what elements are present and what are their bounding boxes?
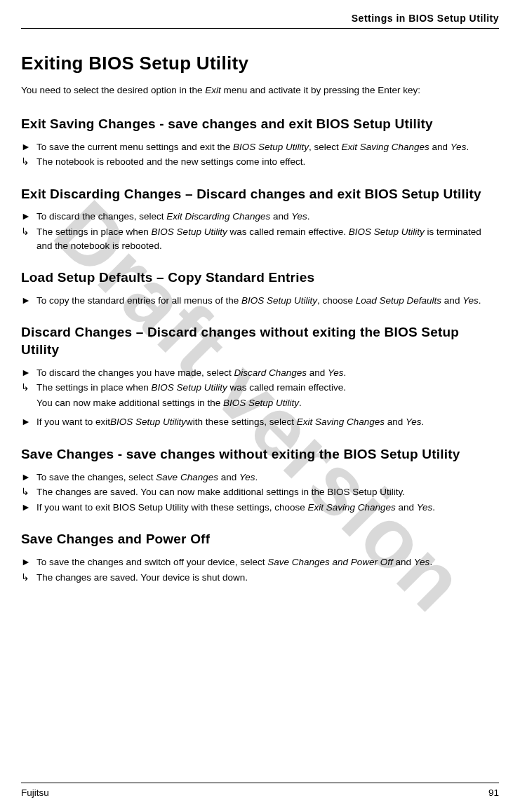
step-text: To save the changes, select Save Changes…	[36, 471, 499, 485]
text: .	[479, 295, 481, 306]
text: .	[299, 398, 302, 408]
list: ► To save the changes and switch off you…	[21, 555, 499, 584]
text: and	[218, 472, 239, 482]
text: To copy the standard entries for all men…	[36, 295, 241, 306]
text: and	[441, 295, 462, 306]
text: with these settings, select	[186, 417, 297, 427]
italic-text: Save Changes	[156, 472, 218, 482]
section-heading-save-power-off: Save Changes and Power Off	[21, 531, 499, 548]
text: You need to select the desired option in…	[21, 85, 205, 95]
text: The settings in place when	[36, 226, 152, 237]
italic-text: Yes	[462, 295, 479, 306]
italic-text: BIOS Setup Utility	[233, 142, 309, 152]
list: ► To save the current menu settings and …	[21, 140, 499, 169]
text: and	[393, 557, 414, 567]
page-number: 91	[488, 787, 499, 798]
text: To discard the changes you have made, se…	[36, 367, 234, 378]
italic-text: Yes	[414, 557, 430, 567]
step-item: ► To save the changes, select Save Chang…	[21, 471, 499, 485]
text: , select	[309, 142, 342, 152]
italic-text: Yes	[239, 472, 255, 482]
text: The settings in place when	[36, 382, 152, 393]
step-text: To copy the standard entries for all men…	[36, 294, 499, 308]
step-text: If you want to exitBIOS Setup Utilitywit…	[36, 415, 499, 429]
step-item: ► If you want to exit BIOS Setup Utility…	[21, 501, 499, 515]
text: .	[307, 211, 310, 222]
italic-text: Yes	[417, 502, 433, 513]
text: and	[396, 502, 417, 513]
text: .	[432, 502, 435, 513]
page-title: Exiting BIOS Setup Utility	[21, 53, 499, 74]
text: You can now make additional settings in …	[36, 398, 223, 408]
italic-text: Exit Saving Changes	[307, 502, 395, 513]
italic-text: Yes	[451, 142, 467, 152]
step-bullet-icon: ►	[21, 366, 36, 379]
text: If you want to exit BIOS Setup Utility w…	[36, 502, 307, 513]
result-bullet-icon: ↳	[21, 155, 36, 168]
step-text: To discard the changes, select Exit Disc…	[36, 210, 499, 224]
footer-left: Fujitsu	[21, 787, 49, 798]
italic-text: Yes	[291, 211, 307, 222]
text: menu and activate it by pressing the Ent…	[221, 85, 420, 95]
page-footer: Fujitsu 91	[21, 783, 499, 798]
result-text: The settings in place when BIOS Setup Ut…	[36, 381, 499, 395]
step-item: ► To discard the changes you have made, …	[21, 366, 499, 380]
text: If you want to exit	[36, 417, 110, 427]
text: was called remain effective.	[227, 382, 346, 393]
intro-paragraph: You need to select the desired option in…	[21, 84, 499, 97]
result-item: ↳ The changes are saved. You can now mak…	[21, 485, 499, 499]
text: To save the current menu settings and ex…	[36, 142, 233, 152]
result-item: ↳ The changes are saved. Your device is …	[21, 571, 499, 585]
step-item: ► To copy the standard entries for all m…	[21, 294, 499, 308]
result-bullet-icon: ↳	[21, 571, 36, 583]
italic-text: BIOS Setup Utility	[152, 226, 227, 237]
result-bullet-icon: ↳	[21, 225, 36, 238]
section-heading-exit-discarding: Exit Discarding Changes – Discard change…	[21, 186, 499, 203]
running-head: Settings in BIOS Setup Utility	[21, 13, 499, 24]
italic-text: BIOS Setup Utility	[152, 382, 227, 393]
step-bullet-icon: ►	[21, 294, 36, 306]
text: .	[429, 557, 432, 567]
step-bullet-icon: ►	[21, 415, 36, 428]
step-item: ► If you want to exitBIOS Setup Utilityw…	[21, 415, 499, 429]
result-text: The notebook is rebooted and the new set…	[36, 155, 499, 169]
italic-text: BIOS Setup Utility	[349, 226, 425, 237]
text: and	[270, 211, 291, 222]
section-heading-save-changes: Save Changes - save changes without exit…	[21, 446, 499, 463]
step-bullet-icon: ►	[21, 555, 36, 568]
step-item: ► To save the current menu settings and …	[21, 140, 499, 154]
step-bullet-icon: ►	[21, 471, 36, 483]
result-text: The changes are saved. Your device is sh…	[36, 571, 499, 585]
step-item: ► To discard the changes, select Exit Di…	[21, 210, 499, 224]
step-item: ► To save the changes and switch off you…	[21, 555, 499, 569]
step-text: If you want to exit BIOS Setup Utility w…	[36, 501, 499, 515]
text: To discard the changes, select	[36, 211, 166, 222]
italic-text: Load Setup Defaults	[356, 295, 441, 306]
footer-rule	[21, 783, 499, 783]
list: ► To discard the changes, select Exit Di…	[21, 210, 499, 252]
section-heading-load-defaults: Load Setup Defaults – Copy Standard Entr…	[21, 269, 499, 287]
text: .	[466, 142, 469, 152]
result-bullet-icon: ↳	[21, 381, 36, 393]
italic-text: Exit Saving Changes	[342, 142, 429, 152]
result-subtext: You can now make additional settings in …	[36, 396, 499, 410]
text: .	[255, 472, 258, 482]
text: .	[422, 417, 425, 427]
step-bullet-icon: ►	[21, 210, 36, 222]
result-item: ↳ The notebook is rebooted and the new s…	[21, 155, 499, 169]
text: , choose	[317, 295, 356, 306]
result-text: The settings in place when BIOS Setup Ut…	[36, 225, 499, 252]
step-text: To save the changes and switch off your …	[36, 555, 499, 569]
italic-text: Discard Changes	[234, 367, 307, 378]
text: and	[429, 142, 451, 152]
list: ► To copy the standard entries for all m…	[21, 294, 499, 308]
italic-text: Yes	[328, 367, 344, 378]
italic-text: Exit Saving Changes	[297, 417, 385, 427]
text: .	[344, 367, 347, 378]
italic-text: Exit Discarding Changes	[166, 211, 270, 222]
step-bullet-icon: ►	[21, 140, 36, 153]
text: and	[385, 417, 406, 427]
section-heading-discard-changes: Discard Changes – Discard changes withou…	[21, 324, 499, 358]
text: was called remain effective.	[227, 226, 349, 237]
section-heading-exit-saving: Exit Saving Changes - save changes and e…	[21, 116, 499, 133]
